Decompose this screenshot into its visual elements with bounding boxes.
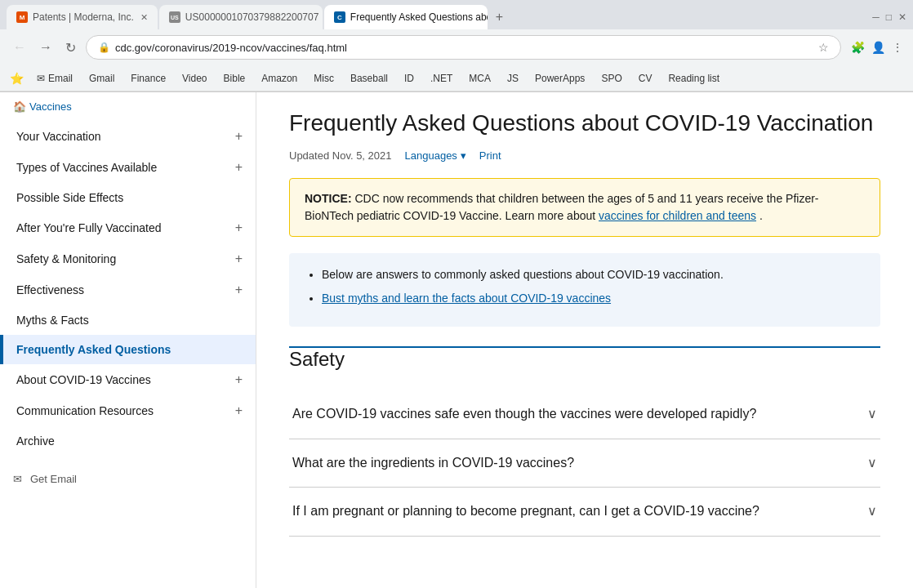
bookmarks-icon: ⭐ (10, 72, 24, 85)
print-link[interactable]: Print (479, 149, 501, 162)
faq-question-3[interactable]: If I am pregnant or planning to become p… (289, 488, 880, 535)
sidebar-expand-safety-monitoring[interactable]: + (235, 252, 243, 266)
bookmark-cv[interactable]: CV (632, 71, 659, 86)
faq-question-2-text: What are the ingredients in COVID-19 vac… (292, 454, 574, 472)
sidebar-expand-types-of-vaccines[interactable]: + (235, 160, 243, 175)
sidebar-item-types-of-vaccines[interactable]: Types of Vaccines Available + (0, 152, 256, 183)
url-bar[interactable]: 🔒 cdc.gov/coronavirus/2019-ncov/vaccines… (86, 35, 841, 60)
tab-moderna[interactable]: M Patents | Moderna, Inc. ✕ (7, 5, 158, 29)
menu-icon[interactable]: ⋮ (892, 41, 903, 54)
faq-question-2[interactable]: What are the ingredients in COVID-19 vac… (289, 439, 880, 487)
tab-cdc[interactable]: C Frequently Asked Questions abo... ✕ (324, 5, 488, 29)
faq-item-2: What are the ingredients in COVID-19 vac… (289, 439, 880, 488)
close-button[interactable]: ✕ (898, 11, 906, 23)
notice-box: NOTICE: CDC now recommends that children… (289, 178, 880, 237)
sidebar: 🏠 Vaccines Your Vaccination + Types of V… (0, 92, 256, 588)
sidebar-item-possible-side-effects[interactable]: Possible Side Effects (0, 183, 256, 212)
bookmark-misc[interactable]: Misc (307, 71, 341, 86)
myths-link[interactable]: Bust myths and learn the facts about COV… (322, 292, 611, 305)
notice-suffix: . (759, 209, 763, 222)
sidebar-breadcrumb[interactable]: 🏠 Vaccines (0, 92, 256, 121)
bookmark-powerapps[interactable]: PowerApps (528, 71, 591, 86)
sidebar-item-about-covid-vaccines[interactable]: About COVID-19 Vaccines + (0, 364, 256, 395)
bookmark-net[interactable]: .NET (424, 71, 459, 86)
sidebar-label-faq: Frequently Asked Questions (16, 343, 171, 356)
bookmark-gmail[interactable]: Gmail (82, 71, 121, 86)
sidebar-expand-effectiveness[interactable]: + (235, 283, 243, 297)
tab-patent[interactable]: US US0000001070379882200707 ✕ (159, 5, 323, 29)
sidebar-item-communication-resources[interactable]: Communication Resources + (0, 395, 256, 426)
faq-question-1[interactable]: Are COVID-19 vaccines safe even though t… (289, 390, 880, 438)
reload-button[interactable]: ↻ (62, 37, 79, 59)
bookmarks-bar: ⭐ ✉ Email Gmail Finance Video Bible Amaz… (0, 65, 913, 91)
back-button[interactable]: ← (10, 37, 29, 58)
sidebar-item-after-fully-vaccinated[interactable]: After You're Fully Vaccinated + (0, 212, 256, 243)
window-controls: ─ □ ✕ (872, 11, 906, 23)
info-bullet-2: Bust myths and learn the facts about COV… (322, 290, 864, 307)
faq-item-1: Are COVID-19 vaccines safe even though t… (289, 390, 880, 439)
bookmark-video[interactable]: Video (176, 71, 213, 86)
bookmark-reading-list[interactable]: Reading list (661, 71, 726, 86)
sidebar-expand-after-vaccinated[interactable]: + (235, 220, 243, 235)
sidebar-label-communication-resources: Communication Resources (16, 404, 154, 417)
sidebar-expand-about-covid-vaccines[interactable]: + (235, 372, 243, 387)
faq-question-3-text: If I am pregnant or planning to become p… (292, 502, 759, 520)
notice-link[interactable]: vaccines for children and teens (599, 209, 756, 222)
get-email-container: ✉ Get Email (0, 462, 256, 495)
extensions-icon[interactable]: 🧩 (851, 41, 865, 54)
bookmark-amazon[interactable]: Amazon (255, 71, 304, 86)
sidebar-label-types-of-vaccines: Types of Vaccines Available (16, 161, 157, 174)
sidebar-item-your-vaccination[interactable]: Your Vaccination + (0, 121, 256, 152)
sidebar-label-after-fully-vaccinated: After You're Fully Vaccinated (16, 221, 162, 234)
lock-icon: 🔒 (98, 42, 110, 53)
sidebar-expand-your-vaccination[interactable]: + (235, 129, 243, 144)
maximize-button[interactable]: □ (886, 11, 892, 23)
profile-icon[interactable]: 👤 (871, 41, 885, 54)
tab-close-moderna[interactable]: ✕ (140, 12, 148, 23)
star-icon[interactable]: ☆ (818, 41, 829, 54)
safety-section-title: Safety (289, 348, 880, 377)
minimize-button[interactable]: ─ (872, 11, 880, 23)
breadcrumb-vaccines-link[interactable]: Vaccines (29, 100, 72, 113)
notice-label: NOTICE: (305, 192, 352, 205)
sidebar-item-safety-monitoring[interactable]: Safety & Monitoring + (0, 243, 256, 274)
sidebar-label-safety-monitoring: Safety & Monitoring (16, 252, 116, 265)
sidebar-item-faq[interactable]: Frequently Asked Questions (0, 335, 256, 364)
info-box: Below are answers to commonly asked ques… (289, 253, 880, 327)
info-bullet-1: Below are answers to commonly asked ques… (322, 266, 864, 283)
sidebar-label-myths-facts: Myths & Facts (16, 314, 89, 327)
sidebar-label-your-vaccination: Your Vaccination (16, 130, 101, 143)
url-icons: ☆ (818, 41, 829, 54)
bookmark-email[interactable]: ✉ Email (30, 71, 79, 86)
faq-chevron-3: ∨ (867, 502, 877, 520)
envelope-icon: ✉ (13, 473, 22, 485)
bookmark-baseball[interactable]: Baseball (344, 71, 394, 86)
sidebar-item-archive[interactable]: Archive (0, 426, 256, 456)
bookmark-bible[interactable]: Bible (217, 71, 252, 86)
sidebar-label-archive: Archive (16, 434, 55, 448)
bookmark-spo[interactable]: SPO (595, 71, 628, 86)
languages-label: Languages (405, 149, 457, 162)
sidebar-label-about-covid-vaccines: About COVID-19 Vaccines (16, 373, 151, 386)
sidebar-item-myths-facts[interactable]: Myths & Facts (0, 305, 256, 335)
bookmark-mca[interactable]: MCA (462, 71, 497, 86)
get-email-label[interactable]: Get Email (30, 473, 77, 485)
meta-bar: Updated Nov. 5, 2021 Languages ▾ Print (289, 149, 880, 162)
tab-label-cdc: Frequently Asked Questions abo... (350, 11, 488, 23)
sidebar-item-effectiveness[interactable]: Effectiveness + (0, 274, 256, 305)
tab-favicon-patent: US (169, 11, 180, 23)
sidebar-expand-communication-resources[interactable]: + (235, 403, 243, 418)
faq-chevron-1: ∨ (867, 405, 877, 423)
page-wrapper: 🏠 Vaccines Your Vaccination + Types of V… (0, 92, 913, 588)
tab-favicon-cdc: C (334, 11, 345, 23)
bookmark-id[interactable]: ID (398, 71, 421, 86)
sidebar-label-effectiveness: Effectiveness (16, 283, 84, 296)
languages-chevron-icon: ▾ (461, 149, 466, 162)
forward-button[interactable]: → (36, 37, 56, 58)
page-title: Frequently Asked Questions about COVID-1… (289, 109, 880, 138)
bookmark-js[interactable]: JS (501, 71, 525, 86)
tab-favicon-moderna: M (16, 11, 28, 23)
languages-button[interactable]: Languages ▾ (405, 149, 466, 162)
bookmark-finance[interactable]: Finance (124, 71, 172, 86)
new-tab-button[interactable]: + (489, 10, 510, 24)
